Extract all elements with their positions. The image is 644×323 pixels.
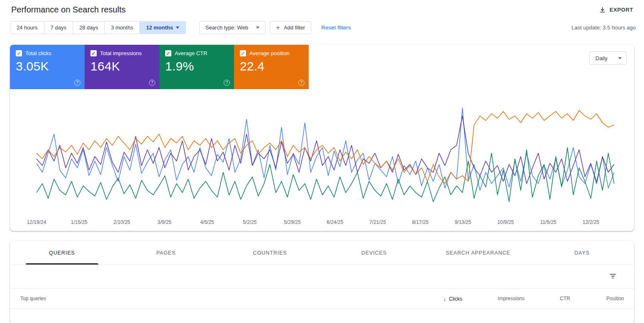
x-tick-label: 12/2/25 bbox=[583, 219, 599, 225]
average-ctr-tile[interactable]: ✓ Average CTR 1.9% ? bbox=[159, 45, 234, 89]
column-ctr[interactable]: CTR bbox=[524, 296, 570, 301]
metric-tiles: ✓ Total clicks 3.05K ? ✓ Total impressio… bbox=[10, 45, 634, 89]
checkbox-checked-icon[interactable]: ✓ bbox=[90, 50, 97, 56]
search-type-dropdown[interactable]: Search type: Web bbox=[199, 21, 266, 34]
date-range-selector: 24 hours 7 days 28 days 3 months 12 mont… bbox=[10, 21, 186, 34]
dimensions-table-card: QUERIES PAGES COUNTRIES DEVICES SEARCH A… bbox=[10, 241, 634, 323]
page-title: Performance on Search results bbox=[11, 5, 126, 15]
x-tick-label: 11/5/25 bbox=[540, 219, 556, 225]
tab-pages[interactable]: PAGES bbox=[114, 241, 218, 265]
download-icon bbox=[599, 7, 606, 13]
reset-filters-link[interactable]: Reset filters bbox=[321, 24, 351, 31]
x-tick-label: 3/9/25 bbox=[158, 219, 171, 225]
table-filter-row bbox=[10, 265, 634, 289]
total-clicks-tile[interactable]: ✓ Total clicks 3.05K ? bbox=[10, 45, 85, 89]
range-label: 12 months bbox=[146, 24, 173, 31]
checkbox-checked-icon[interactable]: ✓ bbox=[16, 50, 22, 56]
range-7-days[interactable]: 7 days bbox=[44, 21, 73, 34]
tile-label: Average position bbox=[249, 50, 290, 56]
help-icon[interactable]: ? bbox=[149, 80, 155, 86]
tile-value: 1.9% bbox=[165, 59, 228, 73]
column-label: Position bbox=[606, 296, 624, 301]
range-label: 3 months bbox=[111, 24, 133, 31]
x-axis-labels: 12/19/241/15/252/10/253/9/254/5/255/2/25… bbox=[10, 219, 634, 228]
table-header: Top queries ↓Clicks Impressions CTR Posi… bbox=[10, 289, 634, 309]
performance-chart-card: ✓ Total clicks 3.05K ? ✓ Total impressio… bbox=[10, 45, 634, 231]
x-tick-label: 12/19/24 bbox=[27, 219, 46, 225]
range-12-months[interactable]: 12 months bbox=[140, 21, 186, 34]
sort-desc-icon: ↓ bbox=[444, 296, 446, 302]
range-label: 28 days bbox=[79, 24, 98, 31]
column-top-queries[interactable]: Top queries bbox=[20, 296, 400, 301]
granularity-dropdown[interactable]: Daily bbox=[589, 51, 627, 65]
search-console-performance-page: { "header": { "title": "Performance on S… bbox=[0, 0, 644, 323]
range-label: 24 hours bbox=[17, 24, 38, 31]
column-clicks[interactable]: ↓Clicks bbox=[400, 296, 462, 302]
export-label: EXPORT bbox=[610, 7, 633, 13]
tab-days[interactable]: DAYS bbox=[530, 241, 634, 265]
column-impressions[interactable]: Impressions bbox=[462, 296, 524, 301]
range-3-months[interactable]: 3 months bbox=[105, 21, 139, 34]
range-24-hours[interactable]: 24 hours bbox=[10, 21, 44, 34]
x-tick-label: 7/21/25 bbox=[369, 219, 386, 225]
x-tick-label: 6/24/25 bbox=[327, 219, 343, 225]
x-tick-label: 8/17/25 bbox=[412, 219, 429, 225]
tile-label: Total clicks bbox=[25, 50, 51, 56]
x-tick-label: 10/9/25 bbox=[497, 219, 514, 225]
tab-countries[interactable]: COUNTRIES bbox=[218, 241, 322, 265]
column-label: CTR bbox=[560, 296, 570, 301]
last-update-text: Last update: 3.5 hours ago bbox=[571, 24, 636, 31]
filter-bar: 24 hours 7 days 28 days 3 months 12 mont… bbox=[0, 18, 644, 34]
performance-chart[interactable] bbox=[10, 95, 634, 219]
tile-label: Average CTR bbox=[175, 50, 207, 56]
total-impressions-tile[interactable]: ✓ Total impressions 164K ? bbox=[85, 45, 159, 89]
chevron-down-icon bbox=[618, 57, 622, 59]
tile-value: 164K bbox=[90, 59, 154, 73]
checkbox-checked-icon[interactable]: ✓ bbox=[165, 50, 171, 56]
checkbox-checked-icon[interactable]: ✓ bbox=[240, 50, 246, 56]
chevron-down-icon bbox=[176, 27, 179, 29]
chevron-down-icon bbox=[256, 27, 259, 29]
column-label: Impressions bbox=[498, 296, 524, 301]
tile-label: Total impressions bbox=[100, 50, 141, 56]
help-icon[interactable]: ? bbox=[298, 80, 305, 86]
series-position bbox=[37, 110, 614, 184]
x-tick-label: 4/5/25 bbox=[200, 219, 214, 225]
range-label: 7 days bbox=[51, 24, 66, 31]
tab-devices[interactable]: DEVICES bbox=[322, 241, 426, 265]
add-filter-label: Add filter bbox=[284, 24, 305, 31]
filter-list-icon bbox=[609, 275, 617, 281]
dimension-tabs: QUERIES PAGES COUNTRIES DEVICES SEARCH A… bbox=[10, 241, 634, 265]
filter-table-button[interactable] bbox=[607, 271, 618, 283]
add-filter-button[interactable]: + Add filter bbox=[270, 21, 311, 34]
x-tick-label: 2/10/25 bbox=[114, 219, 130, 225]
search-type-label: Search type: Web bbox=[205, 24, 248, 31]
tab-queries[interactable]: QUERIES bbox=[10, 241, 114, 265]
export-button[interactable]: EXPORT bbox=[597, 6, 636, 14]
tab-search-appearance[interactable]: SEARCH APPEARANCE bbox=[426, 241, 530, 265]
chart-area: 12/19/241/15/252/10/253/9/254/5/255/2/25… bbox=[10, 89, 634, 231]
column-label: Clicks bbox=[449, 296, 462, 302]
tile-value: 22.4 bbox=[240, 59, 303, 73]
help-icon[interactable]: ? bbox=[224, 80, 230, 86]
x-tick-label: 1/15/25 bbox=[71, 219, 88, 225]
granularity-label: Daily bbox=[595, 55, 607, 61]
x-tick-label: 5/29/25 bbox=[284, 219, 301, 225]
x-tick-label: 9/13/25 bbox=[455, 219, 471, 225]
topbar: Performance on Search results EXPORT bbox=[0, 0, 644, 18]
x-tick-label: 5/2/25 bbox=[243, 219, 256, 225]
plus-icon: + bbox=[276, 24, 280, 31]
column-position[interactable]: Position bbox=[570, 296, 624, 301]
range-28-days[interactable]: 28 days bbox=[73, 21, 105, 34]
help-icon[interactable]: ? bbox=[74, 80, 80, 86]
average-position-tile[interactable]: ✓ Average position 22.4 ? bbox=[234, 45, 309, 89]
tile-value: 3.05K bbox=[16, 59, 79, 73]
